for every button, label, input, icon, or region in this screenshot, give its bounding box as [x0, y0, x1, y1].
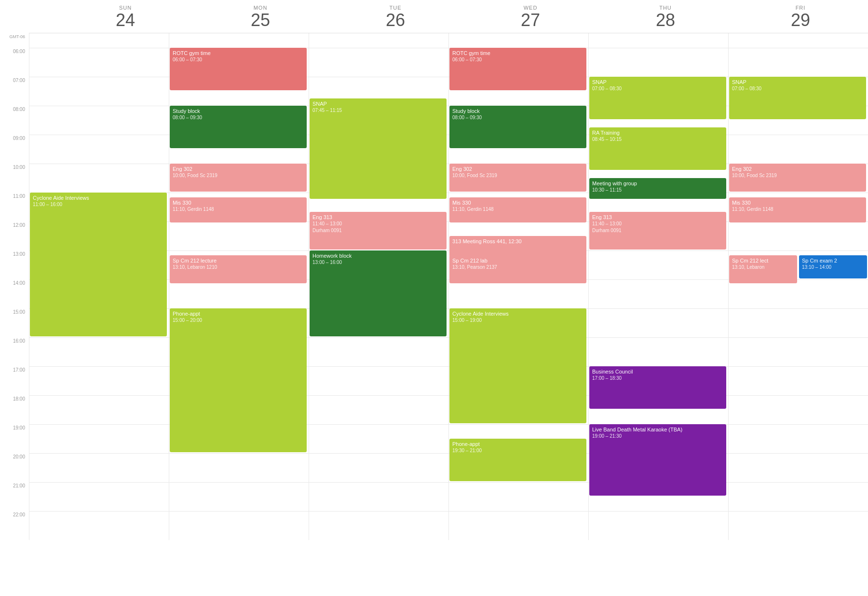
event-phone-appt-mon[interactable]: Phone-appt15:00 – 20:00 [170, 308, 307, 452]
event-title-phone-appt-wed: Phone-appt [452, 441, 583, 448]
event-mis330-mon[interactable]: Mis 33011:10, Gerdin 1148 [170, 197, 307, 222]
time-label-1100: 11:00 [0, 193, 29, 222]
time-label-2100: 21:00 [0, 482, 29, 511]
gmt-label-spacer [29, 0, 58, 33]
day-header-fri: FRI 29 [733, 0, 868, 33]
calendar-header: SUN 24 MON 25 TUE 26 WED 27 THU 28 FRI 2… [29, 0, 868, 33]
event-time-cyclone-sun: 11:00 – 16:00 [33, 201, 164, 208]
event-snap-fri[interactable]: SNAP07:00 – 08:30 [729, 77, 866, 119]
event-time-cyclone-wed: 15:00 – 19:00 [452, 317, 583, 324]
event-title-ra-training-thu: RA Training [592, 129, 723, 137]
event-time-mis330-fri: 11:10, Gerdin 1148 [732, 206, 863, 213]
day-number-sun: 24 [58, 11, 193, 30]
event-spcm212lab-wed[interactable]: Sp Cm 212 lab13:10, Pearson 2137 [449, 255, 586, 283]
event-time-phone-appt-mon: 15:00 – 20:00 [173, 317, 304, 324]
time-label-2200: 22:00 [0, 511, 29, 540]
event-cyclone-wed[interactable]: Cyclone Aide Interviews15:00 – 19:00 [449, 308, 586, 423]
time-label-1800: 18:00 [0, 395, 29, 424]
event-eng302-wed[interactable]: Eng 30210:00, Food Sc 2319 [449, 164, 586, 192]
event-phone-appt-wed[interactable]: Phone-appt19:30 – 21:00 [449, 439, 586, 481]
time-label-1600: 16:00 [0, 337, 29, 366]
time-label-0800: 08:00 [0, 106, 29, 135]
event-live-band-thu[interactable]: Live Band Death Metal Karaoke (TBA)19:00… [589, 424, 726, 496]
time-gutter: GMT-0606:0007:0008:0009:0010:0011:0012:0… [0, 33, 29, 540]
event-time-snap-fri: 07:00 – 08:30 [732, 85, 863, 92]
event-spcm212-mon[interactable]: Sp Cm 212 lecture13:10, Lebaron 1210 [170, 255, 307, 283]
event-title-mis330-mon: Mis 330 [173, 199, 304, 207]
event-cyclone-sun[interactable]: Cyclone Aide Interviews11:00 – 16:00 [30, 193, 167, 336]
event-time-spcm212-mon: 13:10, Lebaron 1210 [173, 264, 304, 271]
event-title-study-wed: Study block [452, 108, 583, 115]
event-time-mis330-wed: 11:10, Gerdin 1148 [452, 206, 583, 213]
event-time-eng313-tue: 11:40 – 13:00Durham 0091 [312, 221, 444, 234]
event-title-rotc-wed: ROTC gym time [452, 50, 583, 57]
event-study-wed[interactable]: Study block08:00 – 09:30 [449, 106, 586, 148]
event-title-meeting-group-thu: Meeting with group [592, 180, 723, 187]
event-title-313meeting-wed: 313 Meeting Ross 441, 12:30 [452, 238, 583, 245]
event-title-live-band-thu: Live Band Death Metal Karaoke (TBA) [592, 426, 723, 433]
time-label-1900: 19:00 [0, 424, 29, 453]
event-time-spcm212-fri: 13:10, Lebaron [732, 264, 794, 271]
event-title-snap-fri: SNAP [732, 79, 863, 86]
event-time-live-band-thu: 19:00 – 21:30 [592, 433, 723, 440]
event-business-council-thu[interactable]: Business Council17:00 – 18:30 [589, 366, 726, 409]
event-time-ra-training-thu: 08:45 – 10:15 [592, 136, 723, 143]
time-label-2000: 20:00 [0, 453, 29, 482]
event-snap-thu[interactable]: SNAP07:00 – 08:30 [589, 77, 726, 119]
day-header-tue: TUE 26 [328, 0, 463, 33]
time-label-1200: 12:00 [0, 222, 29, 250]
day-number-tue: 26 [328, 11, 463, 30]
event-time-snap-tue: 07:45 – 11:15 [312, 107, 444, 114]
calendar-container: SUN 24 MON 25 TUE 26 WED 27 THU 28 FRI 2… [0, 0, 868, 596]
time-label-0600: 06:00 [0, 48, 29, 77]
calendar-body: GMT-0606:0007:0008:0009:0010:0011:0012:0… [0, 33, 868, 540]
event-rotc-mon[interactable]: ROTC gym time06:00 – 07:30 [170, 48, 307, 90]
event-time-meeting-group-thu: 10:30 – 11:15 [592, 187, 723, 194]
event-study-mon[interactable]: Study block08:00 – 09:30 [170, 106, 307, 148]
events-layer: ROTC gym time06:00 – 07:30ROTC gym time0… [29, 48, 868, 540]
event-title-cyclone-sun: Cyclone Aide Interviews [33, 194, 164, 202]
event-meeting-group-thu[interactable]: Meeting with group10:30 – 11:15 [589, 178, 726, 199]
event-mis330-wed[interactable]: Mis 33011:10, Gerdin 1148 [449, 197, 586, 222]
event-title-snap-tue: SNAP [312, 100, 444, 108]
event-time-rotc-mon: 06:00 – 07:30 [173, 56, 304, 63]
event-time-snap-thu: 07:00 – 08:30 [592, 85, 723, 92]
event-time-eng302-fri: 10:00, Food Sc 2319 [732, 172, 863, 179]
event-time-rotc-wed: 06:00 – 07:30 [452, 56, 583, 63]
event-mis330-fri[interactable]: Mis 33011:10, Gerdin 1148 [729, 197, 866, 222]
event-time-mis330-mon: 11:10, Gerdin 1148 [173, 206, 304, 213]
event-eng313-tue[interactable]: Eng 31311:40 – 13:00Durham 0091 [310, 212, 447, 249]
event-time-spcm212lab-wed: 13:10, Pearson 2137 [452, 264, 583, 271]
day-header-mon: MON 25 [193, 0, 328, 33]
event-title-business-council-thu: Business Council [592, 368, 723, 375]
event-title-spcm212lab-wed: Sp Cm 212 lab [452, 257, 583, 264]
event-time-study-mon: 08:00 – 09:30 [173, 114, 304, 121]
event-title-rotc-mon: ROTC gym time [173, 50, 304, 57]
grid-area: ROTC gym time06:00 – 07:30ROTC gym time0… [29, 33, 868, 540]
event-title-study-mon: Study block [173, 108, 304, 115]
event-time-study-wed: 08:00 – 09:30 [452, 114, 583, 121]
day-header-thu: THU 28 [598, 0, 733, 33]
event-time-phone-appt-wed: 19:30 – 21:00 [452, 447, 583, 454]
time-label-1000: 10:00 [0, 164, 29, 193]
time-label-0700: 07:00 [0, 77, 29, 106]
event-313meeting-wed[interactable]: 313 Meeting Ross 441, 12:30 [449, 236, 586, 257]
event-ra-training-thu[interactable]: RA Training08:45 – 10:15 [589, 127, 726, 170]
day-number-wed: 27 [463, 11, 598, 30]
time-label-1400: 14:00 [0, 279, 29, 308]
event-spcm-exam2-fri[interactable]: Sp Cm exam 213:10 – 14:00 [799, 255, 867, 278]
event-title-cyclone-wed: Cyclone Aide Interviews [452, 310, 583, 318]
event-rotc-wed[interactable]: ROTC gym time06:00 – 07:30 [449, 48, 586, 90]
event-title-eng302-fri: Eng 302 [732, 166, 863, 173]
event-eng313-thu[interactable]: Eng 31311:40 – 13:00Durham 0091 [589, 212, 726, 249]
event-title-eng302-mon: Eng 302 [173, 166, 304, 173]
gmt-label: GMT-06 [0, 33, 29, 48]
event-title-spcm212-fri: Sp Cm 212 lect [732, 257, 794, 264]
event-eng302-fri[interactable]: Eng 30210:00, Food Sc 2319 [729, 164, 866, 192]
event-spcm212-fri[interactable]: Sp Cm 212 lect13:10, Lebaron [729, 255, 797, 283]
event-snap-tue[interactable]: SNAP07:45 – 11:15 [310, 98, 447, 199]
event-title-mis330-fri: Mis 330 [732, 199, 863, 207]
event-homework-tue[interactable]: Homework block13:00 – 16:00 [310, 250, 447, 336]
event-time-homework-tue: 13:00 – 16:00 [312, 259, 444, 266]
event-eng302-mon[interactable]: Eng 30210:00, Food Sc 2319 [170, 164, 307, 192]
